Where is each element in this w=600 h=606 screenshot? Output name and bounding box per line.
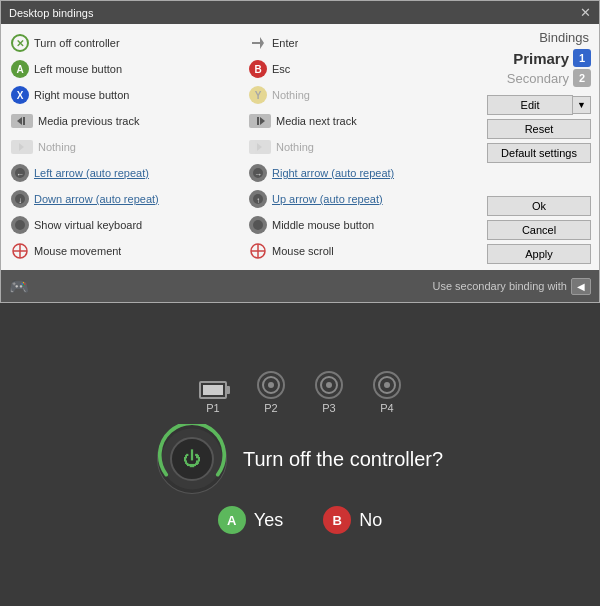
battery-fill xyxy=(203,385,222,395)
default-settings-button[interactable]: Default settings xyxy=(487,143,591,163)
yes-button-icon[interactable]: A xyxy=(218,506,246,534)
player-icons-row: P1 P2 P3 P4 xyxy=(199,371,401,414)
content-area: ✕ Turn off controller A Left mouse butto… xyxy=(1,24,599,270)
popup-title: Turn off the controller? xyxy=(243,448,443,471)
binding-item: Nothing xyxy=(247,134,481,160)
svg-point-27 xyxy=(326,382,332,388)
b-button-icon: B xyxy=(249,60,267,78)
no-button-icon[interactable]: B xyxy=(323,506,351,534)
x-button-icon: X xyxy=(11,86,29,104)
secondary-label: Secondary xyxy=(507,71,569,86)
svg-marker-13 xyxy=(260,117,265,125)
binding-item: ↑ Up arrow (auto repeat) xyxy=(247,186,481,212)
binding-item: Enter xyxy=(247,30,481,56)
binding-item: Media previous track xyxy=(9,108,243,134)
status-bar-right: Use secondary binding with ◀ xyxy=(432,278,591,295)
binding-label: Mouse scroll xyxy=(272,245,334,257)
cancel-button[interactable]: Cancel xyxy=(487,220,591,240)
binding-item: ✕ Turn off controller xyxy=(9,30,243,56)
power-circle: ⏻ xyxy=(157,424,227,494)
svg-marker-2 xyxy=(19,143,24,151)
bindings-list: ✕ Turn off controller A Left mouse butto… xyxy=(9,30,481,264)
no-answer[interactable]: B No xyxy=(323,506,382,534)
status-bar-text: Use secondary binding with xyxy=(432,280,567,292)
svg-rect-14 xyxy=(257,117,259,125)
player-label-p1: P1 xyxy=(206,402,219,414)
controller-popup: P1 P2 P3 P4 xyxy=(0,303,600,606)
middle-mouse-icon xyxy=(249,216,267,234)
player-label-p3: P3 xyxy=(322,402,335,414)
binding-label: Show virtual keyboard xyxy=(34,219,142,231)
ok-button[interactable]: Ok xyxy=(487,196,591,216)
status-bar: 🎮 Use secondary binding with ◀ xyxy=(1,270,599,302)
popup-main-row: ⏻ Turn off the controller? xyxy=(157,424,443,494)
primary-row: Primary 1 xyxy=(487,49,591,67)
binding-item: A Left mouse button xyxy=(9,56,243,82)
binding-label: Esc xyxy=(272,63,290,75)
binding-label: Nothing xyxy=(276,141,314,153)
nothing-icon2 xyxy=(249,140,271,154)
title-bar: Desktop bindings ✕ xyxy=(1,1,599,24)
right-binding-col: Enter B Esc Y Nothing xyxy=(247,30,481,264)
close-button[interactable]: ✕ xyxy=(580,5,591,20)
yes-label: Yes xyxy=(254,510,283,531)
binding-item: Media next track xyxy=(247,108,481,134)
y-button-icon: Y xyxy=(249,86,267,104)
binding-item: Middle mouse button xyxy=(247,212,481,238)
edit-button[interactable]: Edit xyxy=(487,95,573,115)
binding-item: Show virtual keyboard xyxy=(9,212,243,238)
binding-item: Mouse scroll xyxy=(247,238,481,264)
player-slot-p4: P4 xyxy=(373,371,401,414)
player-slot-p2: P2 xyxy=(257,371,285,414)
left-arrow-icon: ← xyxy=(11,164,29,182)
bindings-header: Bindings xyxy=(487,30,591,45)
svg-point-20 xyxy=(253,220,263,230)
edit-button-group: Edit ▼ xyxy=(487,95,591,115)
right-arrow-icon: → xyxy=(249,164,267,182)
up-arrow-icon: ↑ xyxy=(249,190,267,208)
binding-label[interactable]: Left arrow (auto repeat) xyxy=(34,167,149,179)
mouse-move-icon xyxy=(11,242,29,260)
right-panel: Bindings Primary 1 Secondary 2 Edit ▼ Re… xyxy=(481,30,591,264)
binding-label: Nothing xyxy=(38,141,76,153)
svg-point-29 xyxy=(384,382,390,388)
svg-rect-12 xyxy=(252,42,260,44)
a-button-icon: A xyxy=(11,60,29,78)
binding-label: Mouse movement xyxy=(34,245,121,257)
nothing-icon xyxy=(11,140,33,154)
player-label-p2: P2 xyxy=(264,402,277,414)
binding-label[interactable]: Down arrow (auto repeat) xyxy=(34,193,159,205)
svg-text:↓: ↓ xyxy=(18,196,22,205)
xbox-icon: ✕ xyxy=(11,34,29,52)
popup-answers-row: A Yes B No xyxy=(218,506,382,534)
svg-point-7 xyxy=(15,220,25,230)
secondary-binding-button[interactable]: ◀ xyxy=(571,278,591,295)
reset-button[interactable]: Reset xyxy=(487,119,591,139)
svg-point-30 xyxy=(160,427,224,491)
binding-label[interactable]: Right arrow (auto repeat) xyxy=(272,167,394,179)
svg-text:→: → xyxy=(254,170,262,179)
apply-button[interactable]: Apply xyxy=(487,244,591,264)
binding-item: ↓ Down arrow (auto repeat) xyxy=(9,186,243,212)
yes-answer[interactable]: A Yes xyxy=(218,506,283,534)
player-slot-p3: P3 xyxy=(315,371,343,414)
binding-label: Right mouse button xyxy=(34,89,129,101)
binding-item: Nothing xyxy=(9,134,243,160)
xbox-icon-p4 xyxy=(373,371,401,399)
svg-rect-1 xyxy=(23,117,25,125)
down-arrow-icon: ↓ xyxy=(11,190,29,208)
controller-icon: 🎮 xyxy=(9,277,29,296)
svg-point-25 xyxy=(268,382,274,388)
binding-label: Left mouse button xyxy=(34,63,122,75)
binding-columns: ✕ Turn off controller A Left mouse butto… xyxy=(9,30,481,264)
media-next-icon xyxy=(249,114,271,128)
player-slot-p1: P1 xyxy=(199,381,227,414)
binding-label[interactable]: Up arrow (auto repeat) xyxy=(272,193,383,205)
primary-badge[interactable]: 1 xyxy=(573,49,591,67)
svg-marker-15 xyxy=(257,143,262,151)
xbox-icon-p3 xyxy=(315,371,343,399)
svg-marker-11 xyxy=(260,37,264,49)
edit-dropdown-arrow[interactable]: ▼ xyxy=(573,96,591,114)
primary-label: Primary xyxy=(513,50,569,67)
secondary-badge[interactable]: 2 xyxy=(573,69,591,87)
